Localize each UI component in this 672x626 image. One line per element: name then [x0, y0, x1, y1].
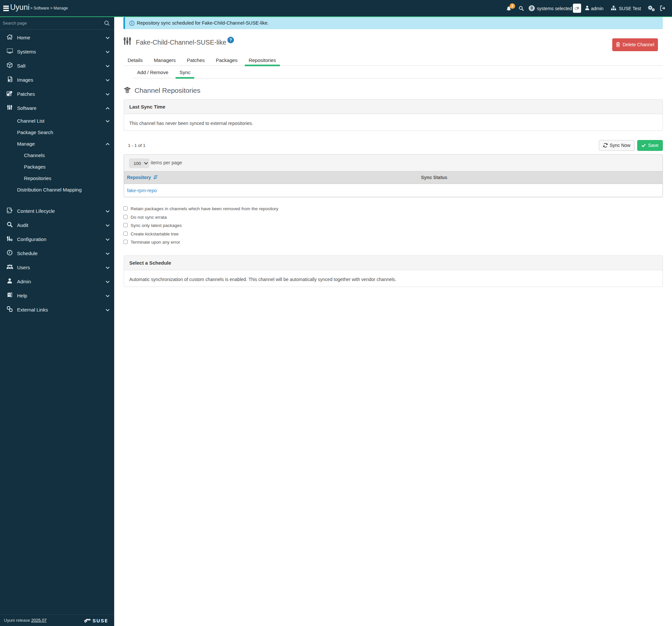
svg-text:SUSE: SUSE — [93, 618, 107, 623]
